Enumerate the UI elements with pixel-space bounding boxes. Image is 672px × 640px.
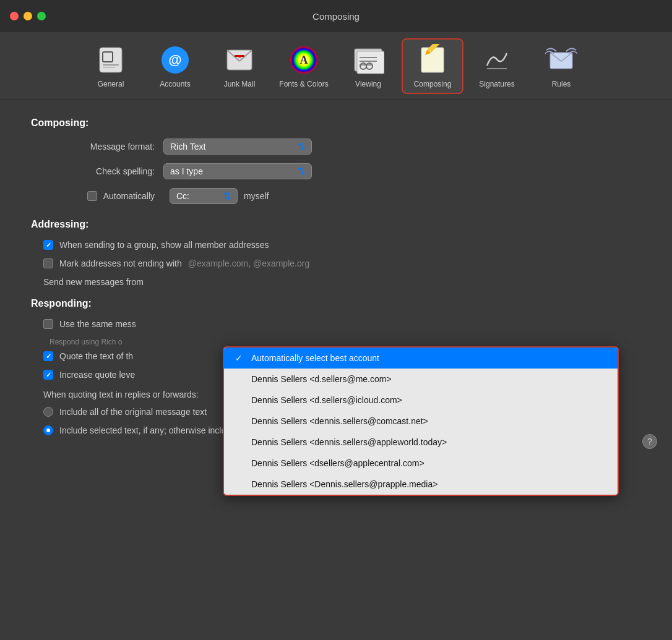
popup-item-dennis-prapple[interactable]: Dennis Sellers <Dennis.sellers@prapple.m… bbox=[224, 474, 618, 495]
dropdown-arrow-icon: ⇅ bbox=[297, 141, 305, 153]
dropdown-arrow-icon-2: ⇅ bbox=[297, 166, 305, 177]
check-spelling-value: as I type bbox=[170, 166, 203, 176]
mark-addresses-label: Mark addresses not ending with bbox=[59, 258, 182, 268]
fonts-colors-icon: A bbox=[288, 44, 320, 76]
popup-item-dennis-appleworld-label: Dennis Sellers <dennis.sellers@appleworl… bbox=[251, 437, 447, 447]
responding-section-title: Responding: bbox=[31, 298, 641, 309]
svg-rect-21 bbox=[421, 48, 444, 72]
use-same-message-label: Use the same mess bbox=[59, 319, 136, 329]
signatures-icon bbox=[481, 44, 513, 76]
toolbar-item-viewing[interactable]: Viewing bbox=[337, 38, 399, 94]
message-format-dropdown[interactable]: Rich Text ⇅ bbox=[163, 139, 312, 155]
junk-mail-icon: ✕ bbox=[223, 44, 256, 76]
toolbar-item-accounts[interactable]: @ Accounts bbox=[144, 38, 206, 94]
popup-item-dennis-me-label: Dennis Sellers <d.sellers@me.com> bbox=[251, 374, 392, 384]
checkmark-icon: ✓ bbox=[235, 353, 245, 363]
automatically-row: Automatically Cc: ⇅ myself bbox=[43, 188, 641, 204]
accounts-icon: @ bbox=[159, 44, 191, 76]
junk-mail-label: Junk Mail bbox=[224, 80, 256, 88]
quote-text-label: Quote the text of th bbox=[59, 351, 133, 361]
popup-item-dennis-comcast-label: Dennis Sellers <dennis.sellers@comcast.n… bbox=[251, 416, 428, 426]
svg-rect-14 bbox=[357, 51, 384, 74]
increase-quote-label: Increase quote leve bbox=[59, 370, 135, 380]
rules-label: Rules bbox=[552, 80, 571, 88]
addressing-section-title: Addressing: bbox=[31, 219, 641, 230]
general-icon bbox=[95, 44, 127, 76]
toolbar-item-fonts-colors[interactable]: A Fonts & Colors bbox=[273, 38, 335, 94]
help-icon: ? bbox=[647, 437, 652, 446]
popup-item-dennis-appleworld[interactable]: Dennis Sellers <dennis.sellers@appleworl… bbox=[224, 432, 618, 453]
message-format-row: Message format: Rich Text ⇅ bbox=[43, 139, 641, 155]
show-all-members-row: When sending to a group, show all member… bbox=[43, 240, 641, 250]
increase-quote-checkbox[interactable] bbox=[43, 370, 53, 380]
toolbar-item-rules[interactable]: Rules bbox=[530, 38, 592, 94]
help-button[interactable]: ? bbox=[642, 434, 657, 449]
popup-item-dennis-prapple-label: Dennis Sellers <Dennis.sellers@prapple.m… bbox=[251, 479, 437, 489]
include-selected-radio[interactable] bbox=[43, 425, 53, 435]
use-same-message-checkbox[interactable] bbox=[43, 319, 53, 329]
mark-addresses-row: Mark addresses not ending with @example.… bbox=[43, 258, 641, 268]
viewing-label: Viewing bbox=[355, 80, 381, 88]
titlebar: Composing bbox=[0, 0, 672, 32]
signatures-label: Signatures bbox=[479, 80, 514, 88]
accounts-label: Accounts bbox=[160, 80, 190, 88]
popup-item-dennis-me[interactable]: Dennis Sellers <d.sellers@me.com> bbox=[224, 369, 618, 390]
toolbar-item-general[interactable]: General bbox=[80, 38, 142, 94]
viewing-icon bbox=[352, 44, 384, 76]
addressing-section: Addressing: When sending to a group, sho… bbox=[31, 219, 641, 287]
account-dropdown-popup: ✓ Automatically select best account Denn… bbox=[223, 346, 619, 496]
popup-item-dennis-icloud[interactable]: Dennis Sellers <d.sellers@icloud.com> bbox=[224, 390, 618, 411]
toolbar: General @ Accounts ✕ Junk Mail bbox=[0, 32, 672, 100]
automatically-label: Automatically bbox=[103, 191, 155, 201]
respond-using-sublabel: Respond using Rich o bbox=[50, 338, 641, 346]
popup-item-auto[interactable]: ✓ Automatically select best account bbox=[224, 348, 618, 369]
cc-value: Cc: bbox=[176, 191, 189, 201]
minimize-button[interactable] bbox=[24, 12, 32, 20]
send-from-row: Send new messages from bbox=[43, 277, 641, 287]
include-all-radio[interactable] bbox=[43, 407, 53, 417]
popup-item-dennis-icloud-label: Dennis Sellers <d.sellers@icloud.com> bbox=[251, 395, 402, 405]
rules-icon bbox=[545, 44, 577, 76]
mark-addresses-checkbox[interactable] bbox=[43, 258, 53, 268]
myself-text: myself bbox=[244, 191, 269, 201]
close-button[interactable] bbox=[10, 12, 19, 20]
popup-item-dennis-comcast[interactable]: Dennis Sellers <dennis.sellers@comcast.n… bbox=[224, 411, 618, 432]
svg-text:✕: ✕ bbox=[238, 54, 242, 60]
general-label: General bbox=[98, 80, 124, 88]
cc-dropdown[interactable]: Cc: ⇅ bbox=[170, 188, 238, 204]
message-format-value: Rich Text bbox=[170, 142, 205, 151]
svg-rect-2 bbox=[103, 64, 119, 66]
include-all-label: Include all of the original message text bbox=[59, 407, 207, 417]
composing-label: Composing bbox=[414, 80, 452, 88]
cc-dropdown-arrow-icon: ⇅ bbox=[223, 190, 231, 202]
mark-addresses-placeholder: @example.com, @example.org bbox=[188, 258, 310, 268]
popup-item-dennis-applecentral-label: Dennis Sellers <dsellers@applecentral.co… bbox=[251, 458, 424, 468]
traffic-lights bbox=[10, 12, 46, 20]
window-title: Composing bbox=[312, 11, 360, 22]
check-spelling-dropdown[interactable]: as I type ⇅ bbox=[163, 163, 312, 179]
fonts-colors-label: Fonts & Colors bbox=[279, 80, 328, 88]
toolbar-item-signatures[interactable]: Signatures bbox=[466, 38, 528, 94]
composing-section-title: Composing: bbox=[31, 117, 641, 129]
check-spelling-row: Check spelling: as I type ⇅ bbox=[43, 163, 641, 179]
svg-rect-3 bbox=[103, 67, 115, 68]
message-format-label: Message format: bbox=[43, 142, 155, 151]
popup-item-auto-label: Automatically select best account bbox=[251, 353, 379, 363]
composing-icon bbox=[416, 44, 449, 76]
send-from-label: Send new messages from bbox=[43, 277, 144, 287]
svg-text:A: A bbox=[300, 54, 308, 66]
popup-item-dennis-applecentral[interactable]: Dennis Sellers <dsellers@applecentral.co… bbox=[224, 453, 618, 474]
check-spelling-label: Check spelling: bbox=[43, 166, 155, 176]
show-all-members-label: When sending to a group, show all member… bbox=[59, 240, 269, 250]
zoom-button[interactable] bbox=[37, 12, 46, 20]
automatically-checkbox[interactable] bbox=[87, 191, 97, 201]
show-all-members-checkbox[interactable] bbox=[43, 240, 53, 250]
toolbar-item-junk-mail[interactable]: ✕ Junk Mail bbox=[209, 38, 270, 94]
svg-text:@: @ bbox=[168, 52, 181, 67]
quote-text-checkbox[interactable] bbox=[43, 351, 53, 361]
toolbar-item-composing[interactable]: Composing bbox=[402, 38, 463, 94]
use-same-message-row: Use the same mess bbox=[43, 319, 641, 329]
